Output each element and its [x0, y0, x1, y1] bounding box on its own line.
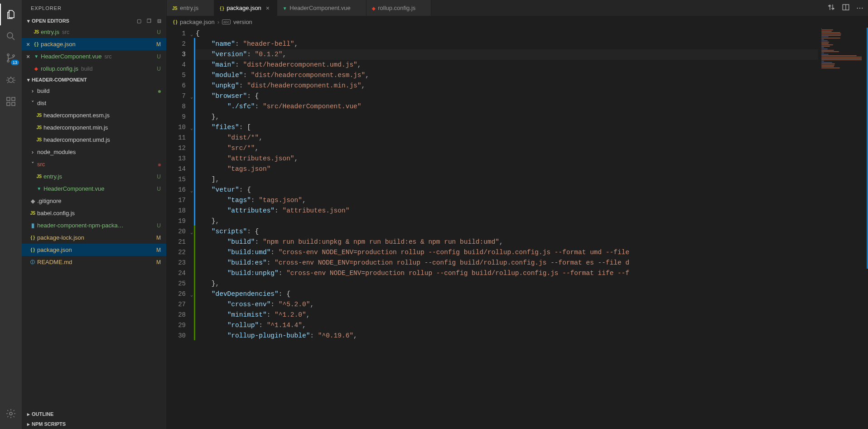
- folder-item[interactable]: ˅src: [22, 158, 166, 170]
- fold-icon[interactable]: ⌄: [190, 29, 193, 40]
- vertical-scrollbar[interactable]: [862, 28, 868, 429]
- chevron-right-icon: ›: [28, 149, 37, 155]
- editor-tab[interactable]: JSentry.js: [167, 0, 214, 16]
- git-status: M: [156, 247, 161, 253]
- code-line[interactable]: "files": [: [196, 122, 818, 133]
- code-line[interactable]: "scripts": {: [196, 227, 818, 237]
- editor-tab[interactable]: { }package.json×: [214, 0, 277, 16]
- file-item[interactable]: ▼HeaderComponent.vueU: [22, 183, 166, 195]
- folder-item[interactable]: ˅dist: [22, 97, 166, 109]
- file-item[interactable]: ⓘREADME.mdM: [22, 256, 166, 268]
- close-editor-icon[interactable]: ×: [24, 53, 32, 60]
- code-line[interactable]: "dist/*",: [196, 133, 818, 143]
- code-line[interactable]: },: [196, 279, 818, 289]
- file-item[interactable]: ◆.gitignore: [22, 195, 166, 207]
- file-icon: { }: [28, 235, 37, 240]
- file-item[interactable]: JSheadercomponent.min.js: [22, 121, 166, 134]
- file-label: headercomponent.esm.js: [43, 112, 110, 119]
- code-line[interactable]: "build:es": "cross-env NODE_ENV=producti…: [196, 258, 818, 268]
- svg-point-0: [7, 33, 13, 38]
- code-line[interactable]: "src/*",: [196, 143, 818, 154]
- fold-icon[interactable]: ⌄: [190, 227, 193, 238]
- section-project[interactable]: ▾ HEADER-COMPONENT: [22, 75, 166, 85]
- file-label: rollup.config.js: [41, 65, 78, 72]
- fold-icon[interactable]: ⌄: [190, 186, 193, 196]
- file-icon: { }: [28, 247, 37, 252]
- file-icon: JS: [34, 113, 43, 118]
- file-item[interactable]: JSentry.jsU: [22, 170, 166, 183]
- code-line[interactable]: "vetur": {: [196, 185, 818, 195]
- code-line[interactable]: {: [196, 29, 818, 39]
- code-line[interactable]: "rollup-plugin-buble": "^0.19.6",: [196, 331, 818, 341]
- file-label: src: [37, 161, 45, 168]
- open-editor-item[interactable]: ◆rollup.config.jsbuildU: [22, 63, 166, 75]
- close-tab-icon[interactable]: ×: [264, 5, 271, 12]
- open-editor-item[interactable]: JSentry.jssrcU: [22, 26, 166, 38]
- fold-icon[interactable]: ⌄: [190, 290, 193, 300]
- split-editor-icon[interactable]: [842, 3, 850, 13]
- file-item[interactable]: { }package.jsonM: [22, 244, 166, 256]
- code-line[interactable]: },: [196, 112, 818, 122]
- code-line[interactable]: "module": "dist/headercomponent.esm.js",: [196, 70, 818, 81]
- close-all-icon[interactable]: ⊟: [155, 17, 163, 24]
- code-line[interactable]: "build": "npm run build:unpkg & npm run …: [196, 237, 818, 247]
- section-outline[interactable]: ▸ OUTLINE: [22, 409, 166, 419]
- code-line[interactable]: "./sfc": "src/HeaderComponent.vue": [196, 101, 818, 112]
- code-line[interactable]: "unpkg": "dist/headercomponent.min.js",: [196, 81, 818, 91]
- code-line[interactable]: "attributes": "attributes.json": [196, 206, 818, 216]
- extensions-icon: [5, 96, 16, 107]
- file-item[interactable]: JSbabel.config.js: [22, 207, 166, 219]
- code-line[interactable]: "version": "0.1.2",: [196, 49, 818, 60]
- compare-changes-icon[interactable]: [827, 3, 835, 13]
- code-line[interactable]: },: [196, 216, 818, 227]
- more-actions-icon[interactable]: ⋯: [856, 4, 863, 12]
- git-status: U: [157, 222, 161, 229]
- editor-tab[interactable]: ◆rollup.config.js: [366, 0, 432, 16]
- activity-scm[interactable]: 13: [0, 47, 22, 69]
- code-editor[interactable]: 1⌄234567⌄8910⌄111213141516⌄17181920⌄2122…: [167, 28, 868, 429]
- file-item[interactable]: JSheadercomponent.esm.js: [22, 109, 166, 121]
- file-label: header-component-npm-packa…: [37, 222, 124, 229]
- code-line[interactable]: "build:umd": "cross-env NODE_ENV=product…: [196, 247, 818, 258]
- activity-search[interactable]: [0, 25, 22, 47]
- activity-debug[interactable]: [0, 69, 22, 91]
- gear-icon: [5, 408, 16, 419]
- code-line[interactable]: "rollup": "^1.14.4",: [196, 320, 818, 331]
- file-item[interactable]: JSheadercomponent.umd.js: [22, 134, 166, 146]
- code-line[interactable]: "tags.json": [196, 164, 818, 174]
- code-content[interactable]: { "name": "header-bell", "version": "0.1…: [196, 28, 818, 429]
- file-item[interactable]: { }package-lock.jsonM: [22, 231, 166, 244]
- open-editor-item[interactable]: ×▼HeaderComponent.vuesrcU: [22, 50, 166, 63]
- editor-tab[interactable]: ▼HeaderComponent.vue: [277, 0, 366, 16]
- activity-settings[interactable]: [0, 403, 22, 424]
- minimap[interactable]: [818, 28, 862, 429]
- code-line[interactable]: "browser": {: [196, 91, 818, 101]
- tab-label: HeaderComponent.vue: [289, 5, 350, 11]
- file-icon: JS: [34, 137, 43, 142]
- open-editor-item[interactable]: ×{ }package.jsonM: [22, 38, 166, 50]
- code-line[interactable]: "cross-env": "^5.2.0",: [196, 299, 818, 310]
- code-line[interactable]: "name": "header-bell",: [196, 39, 818, 49]
- folder-item[interactable]: ›node_modules: [22, 146, 166, 158]
- code-line[interactable]: "devDependencies": {: [196, 289, 818, 299]
- fold-icon[interactable]: ⌄: [190, 123, 193, 134]
- close-editor-icon[interactable]: ×: [24, 41, 32, 48]
- code-line[interactable]: "main": "dist/headercomponent.umd.js",: [196, 60, 818, 70]
- breadcrumb[interactable]: { } package.json › abc version: [167, 16, 868, 28]
- git-status: U: [157, 66, 161, 72]
- folder-item[interactable]: ›build: [22, 85, 166, 97]
- new-untitled-icon[interactable]: ▢: [135, 17, 143, 24]
- code-line[interactable]: ],: [196, 174, 818, 185]
- section-npm-scripts[interactable]: ▸ NPM SCRIPTS: [22, 419, 166, 429]
- fold-icon[interactable]: ⌄: [190, 92, 193, 102]
- activity-explorer[interactable]: [0, 4, 22, 25]
- section-open-editors[interactable]: ▾ OPEN EDITORS ▢ ❐ ⊟: [22, 16, 166, 26]
- activity-extensions[interactable]: [0, 91, 22, 112]
- code-line[interactable]: "minimist": "^1.2.0",: [196, 310, 818, 320]
- code-line[interactable]: "build:unpkg": "cross-env NODE_ENV=produ…: [196, 268, 818, 279]
- breadcrumb-symbol: version: [233, 19, 252, 25]
- save-all-icon[interactable]: ❐: [145, 17, 153, 24]
- code-line[interactable]: "attributes.json",: [196, 154, 818, 164]
- code-line[interactable]: "tags": "tags.json",: [196, 195, 818, 206]
- file-item[interactable]: ▮header-component-npm-packa…U: [22, 219, 166, 231]
